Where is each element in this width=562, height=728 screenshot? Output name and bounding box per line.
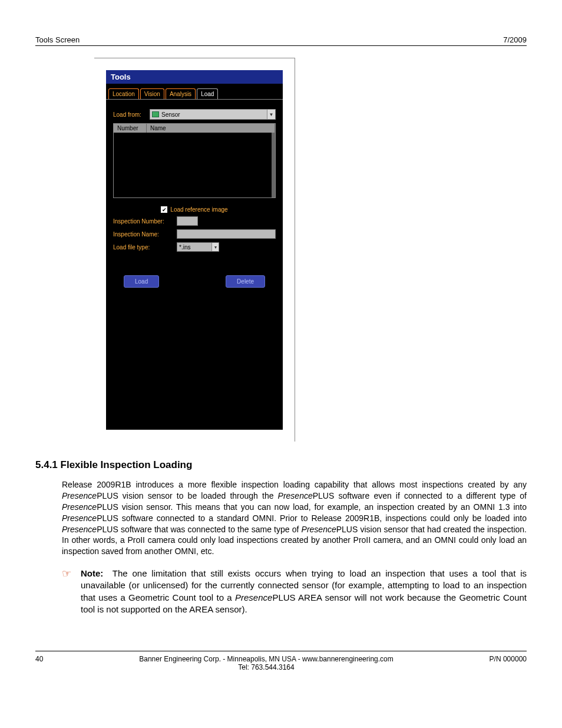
load-file-type-label: Load file type: — [113, 244, 172, 251]
chevron-down-icon: ▾ — [211, 243, 219, 251]
inspection-table: Number Name — [113, 123, 276, 198]
footer-page-number: 40 — [35, 655, 43, 671]
load-file-type-dropdown[interactable]: *.ins ▾ — [177, 242, 219, 252]
load-from-value: Sensor — [161, 111, 180, 118]
body-paragraph: Release 2009R1B introduces a more flexib… — [35, 479, 527, 557]
inspection-number-label: Inspection Number: — [113, 218, 172, 225]
tab-analysis[interactable]: Analysis — [166, 88, 196, 99]
footer-phone: Tel: 763.544.3164 — [43, 663, 489, 671]
inspection-number-field[interactable] — [177, 216, 198, 226]
col-name[interactable]: Name — [147, 124, 275, 133]
delete-button[interactable]: Delete — [226, 275, 265, 288]
tab-location[interactable]: Location — [108, 88, 139, 99]
panel-title: Tools — [106, 70, 283, 84]
section-heading: 5.4.1 Flexible Inspection Loading — [35, 459, 527, 471]
load-from-label: Load from: — [113, 111, 146, 118]
table-body[interactable] — [114, 133, 275, 197]
tools-panel: Tools Location Vision Analysis Load Load… — [106, 70, 283, 430]
header-right: 7/2009 — [503, 35, 527, 44]
load-from-dropdown[interactable]: Sensor ▼ — [150, 109, 276, 120]
tab-vision[interactable]: Vision — [140, 88, 164, 99]
sensor-icon — [152, 111, 159, 117]
footer-company: Banner Engineering Corp. - Minneapolis, … — [43, 655, 489, 663]
screenshot-frame: Tools Location Vision Analysis Load Load… — [94, 58, 295, 442]
page-header: Tools Screen 7/2009 — [35, 35, 527, 46]
page-footer: 40 Banner Engineering Corp. - Minneapoli… — [35, 651, 527, 671]
col-number[interactable]: Number — [114, 124, 147, 133]
load-reference-label: Load reference image — [170, 206, 227, 213]
tab-load[interactable]: Load — [197, 88, 218, 99]
pointing-hand-icon: ☞ — [62, 568, 75, 615]
load-reference-checkbox[interactable]: ✔ — [161, 206, 167, 213]
inspection-name-label: Inspection Name: — [113, 231, 172, 238]
note-label: Note: — [81, 568, 103, 578]
load-file-type-value: *.ins — [179, 244, 190, 251]
tab-bar: Location Vision Analysis Load — [106, 88, 283, 100]
inspection-name-field[interactable] — [177, 229, 276, 239]
header-left: Tools Screen — [35, 35, 80, 44]
footer-part-number: P/N 000000 — [490, 655, 527, 671]
chevron-down-icon: ▼ — [267, 110, 275, 119]
load-button[interactable]: Load — [124, 275, 159, 288]
note-block: ☞ Note: The one limitation that still ex… — [35, 568, 527, 615]
